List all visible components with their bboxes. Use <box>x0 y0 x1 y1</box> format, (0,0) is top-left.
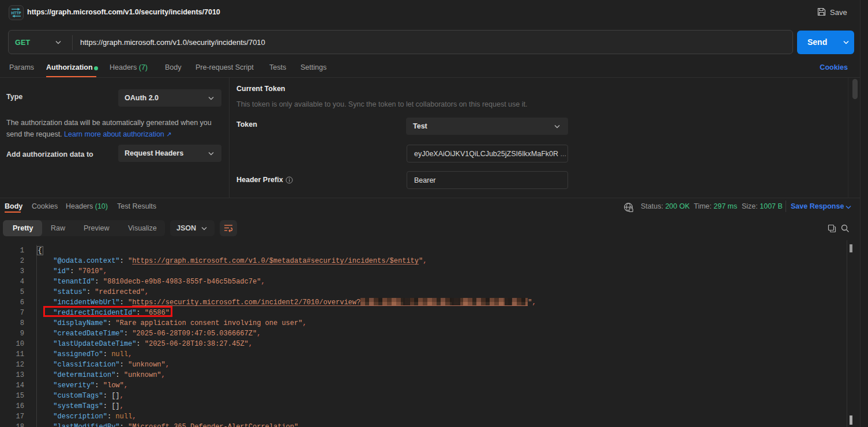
svg-text:HTTP: HTTP <box>12 10 22 16</box>
